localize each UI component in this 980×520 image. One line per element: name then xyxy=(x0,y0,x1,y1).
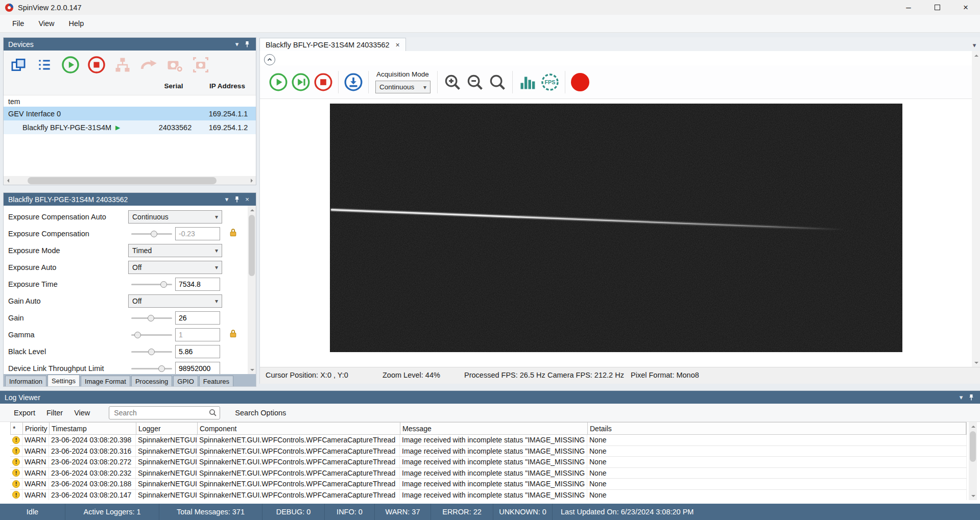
zoom-fit-button[interactable] xyxy=(486,71,509,93)
menu-file[interactable]: File xyxy=(5,17,31,30)
zoom-in-button[interactable] xyxy=(441,71,464,93)
menu-view[interactable]: View xyxy=(31,17,61,30)
log-row[interactable]: ! WARN 23-06-2024 03:08:20.316 Spinnaker… xyxy=(10,446,967,457)
tab-settings[interactable]: Settings xyxy=(47,375,80,386)
camera-settings-button[interactable] xyxy=(164,54,185,76)
device-list-view-button[interactable] xyxy=(34,54,55,76)
exposure-time-slider[interactable] xyxy=(130,278,173,291)
camera-image[interactable] xyxy=(330,104,902,352)
gamma-input[interactable] xyxy=(175,328,220,341)
tab-information[interactable]: Information xyxy=(5,376,46,386)
acquisition-mode-select[interactable]: Continuous▾ xyxy=(375,81,431,93)
scroll-down-button[interactable] xyxy=(248,365,256,374)
tab-image-format[interactable]: Image Format xyxy=(81,376,130,386)
gain-auto-select[interactable]: Off▾ xyxy=(128,294,222,308)
devices-horizontal-scrollbar[interactable] xyxy=(4,176,256,185)
tab-overflow-chevron-icon[interactable]: ▾ xyxy=(969,41,980,51)
chevron-down-icon[interactable]: ▾ xyxy=(956,393,966,401)
scrollbar-thumb[interactable] xyxy=(249,215,255,276)
scroll-down-button[interactable] xyxy=(969,491,977,500)
device-link-throughput-limit-slider[interactable] xyxy=(130,362,173,375)
minimize-button[interactable]: – xyxy=(894,0,923,15)
camera-stream-tab[interactable]: Blackfly BFLY-PGE-31S4M 24033562 × xyxy=(259,38,406,51)
scroll-right-button[interactable] xyxy=(247,176,256,185)
save-image-button[interactable] xyxy=(342,71,365,93)
close-panel-icon[interactable]: × xyxy=(242,195,252,203)
tab-features[interactable]: Features xyxy=(199,376,233,386)
view-button[interactable]: View xyxy=(68,406,95,419)
column-star[interactable]: * xyxy=(11,423,23,434)
slider-thumb[interactable] xyxy=(160,281,167,288)
viewer-vertical-scrollbar[interactable] xyxy=(972,51,980,367)
device-link-throughput-limit-input[interactable] xyxy=(175,362,220,375)
stop-stream-button[interactable] xyxy=(312,71,334,93)
scroll-up-button[interactable] xyxy=(248,206,256,214)
log-row[interactable]: ! WARN 23-06-2024 03:08:20.147 Spinnaker… xyxy=(10,490,967,501)
properties-vertical-scrollbar[interactable] xyxy=(248,206,256,374)
tab-processing[interactable]: Processing xyxy=(131,376,172,386)
scroll-up-button[interactable] xyxy=(972,51,980,60)
start-stream-button[interactable] xyxy=(267,71,290,93)
exposure-mode-select[interactable]: Timed▾ xyxy=(128,244,222,257)
slider-thumb[interactable] xyxy=(148,349,155,355)
column-timestamp[interactable]: Timestamp xyxy=(50,423,136,434)
exposure-compensation-input[interactable] xyxy=(175,227,220,240)
scroll-down-button[interactable] xyxy=(972,358,980,367)
log-row[interactable]: ! WARN 23-06-2024 03:08:20.188 Spinnaker… xyxy=(10,479,967,490)
column-component[interactable]: Component xyxy=(198,423,400,434)
slider-thumb[interactable] xyxy=(134,332,141,338)
exposure-auto-select[interactable]: Off▾ xyxy=(128,261,222,274)
filter-button[interactable]: Filter xyxy=(41,406,68,419)
column-details[interactable]: Details xyxy=(588,423,966,434)
force-ip-button[interactable] xyxy=(138,54,159,76)
scroll-left-button[interactable] xyxy=(4,176,12,185)
black-level-input[interactable] xyxy=(175,345,220,358)
device-topology-button[interactable] xyxy=(112,54,133,76)
device-row-blackfly[interactable]: Blackfly BFLY-PGE-31S4M ▶ 24033562 169.2… xyxy=(4,120,256,134)
maximize-button[interactable] xyxy=(923,0,951,15)
exposure-time-input[interactable] xyxy=(175,278,220,291)
log-row[interactable]: ! WARN 23-06-2024 03:08:20.398 Spinnaker… xyxy=(10,435,967,446)
column-logger[interactable]: Logger xyxy=(136,423,198,434)
fps-meter-button[interactable]: FPS xyxy=(539,71,561,93)
export-button[interactable]: Export xyxy=(8,406,41,419)
menu-help[interactable]: Help xyxy=(62,17,91,30)
column-priority[interactable]: Priority xyxy=(23,423,50,434)
exposure-compensation-auto-select[interactable]: Continuous▾ xyxy=(128,210,222,224)
gamma-slider[interactable] xyxy=(130,328,173,341)
close-button[interactable]: × xyxy=(951,0,980,15)
exposure-compensation-slider[interactable] xyxy=(130,227,173,240)
histogram-button[interactable] xyxy=(516,71,539,93)
play-single-frame-button[interactable] xyxy=(290,71,312,93)
log-vertical-scrollbar[interactable] xyxy=(969,422,977,500)
column-message[interactable]: Message xyxy=(400,423,588,434)
chevron-down-icon[interactable]: ▾ xyxy=(222,195,232,203)
scrollbar-thumb[interactable] xyxy=(970,431,976,462)
gain-input[interactable] xyxy=(175,311,220,325)
record-button[interactable] xyxy=(569,71,591,93)
log-row[interactable]: ! WARN 23-06-2024 03:08:20.272 Spinnaker… xyxy=(10,457,967,468)
close-tab-icon[interactable]: × xyxy=(396,41,400,49)
zoom-out-button[interactable] xyxy=(464,71,486,93)
pin-icon[interactable] xyxy=(242,41,252,48)
refresh-device-list-button[interactable] xyxy=(8,54,29,76)
search-input[interactable] xyxy=(109,406,220,419)
scroll-up-button[interactable] xyxy=(969,422,977,431)
chevron-down-icon[interactable]: ▾ xyxy=(232,40,242,48)
search-icon[interactable] xyxy=(208,408,217,418)
start-acquisition-button[interactable] xyxy=(60,54,81,76)
device-row-gev-interface[interactable]: GEV Interface 0 169.254.1.1 xyxy=(4,107,256,120)
pin-icon[interactable] xyxy=(232,196,242,203)
slider-thumb[interactable] xyxy=(151,231,157,237)
slider-thumb[interactable] xyxy=(148,315,154,321)
black-level-slider[interactable] xyxy=(130,345,173,358)
slider-thumb[interactable] xyxy=(158,365,165,372)
log-row[interactable]: ! WARN 23-06-2024 03:08:20.232 Spinnaker… xyxy=(10,468,967,479)
tab-gpio[interactable]: GPIO xyxy=(173,376,198,386)
gain-slider[interactable] xyxy=(130,311,173,325)
camera-capture-button[interactable] xyxy=(190,54,211,76)
pin-icon[interactable] xyxy=(966,394,976,401)
search-options-button[interactable]: Search Options xyxy=(229,406,292,419)
collapse-toolbar-button[interactable] xyxy=(264,54,275,65)
scrollbar-thumb[interactable] xyxy=(28,177,217,184)
